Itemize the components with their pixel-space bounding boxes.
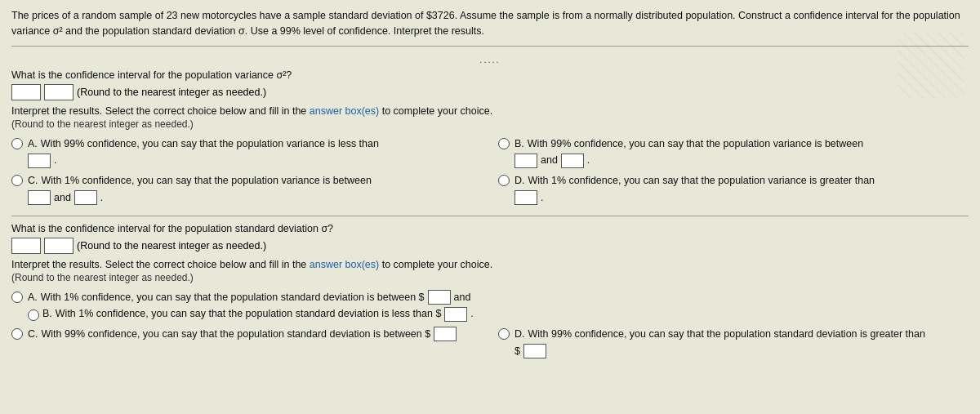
stddev-D-input[interactable] <box>523 344 546 358</box>
variance-B-period: . <box>587 153 590 168</box>
stddev-ci-lower[interactable] <box>11 238 41 254</box>
variance-choice-D: D. With 1% confidence, you can say that … <box>498 173 969 206</box>
variance-ci-lower[interactable] <box>11 84 41 100</box>
stddev-radio-A[interactable] <box>11 292 23 303</box>
interpret-text-highlight: answer box(es) <box>310 105 379 117</box>
stddev-question: What is the confidence interval for the … <box>11 223 969 234</box>
dots-separator: ..... <box>11 55 969 65</box>
variance-round-note: (Round to the nearest integer as needed.… <box>77 87 266 98</box>
variance-D-label: D. <box>514 173 525 189</box>
stddev-B-input[interactable] <box>444 307 467 322</box>
variance-radio-D[interactable] <box>498 175 510 186</box>
variance-choice-C: C. With 1% confidence, you can say that … <box>11 173 482 206</box>
variance-B-input1[interactable] <box>514 154 537 168</box>
variance-radio-A[interactable] <box>11 138 23 149</box>
stddev-C-input1[interactable] <box>434 327 457 341</box>
variance-D-input[interactable] <box>514 190 537 205</box>
watermark <box>898 33 964 98</box>
stddev-B-period: . <box>470 306 473 322</box>
variance-C-period: . <box>100 190 103 206</box>
stddev-D-label: D. <box>514 327 525 342</box>
stddev-A-and: and <box>454 290 471 305</box>
stddev-A-text: With 1% confidence, you can say that the… <box>41 290 425 305</box>
stddev-D-dollar: $ <box>514 344 520 359</box>
variance-ci-inputs: (Round to the nearest integer as needed.… <box>11 84 969 100</box>
variance-interpret-label: Interpret the results. Select the correc… <box>11 105 969 117</box>
variance-A-label: A. <box>28 136 38 152</box>
variance-B-input2[interactable] <box>561 154 584 168</box>
stddev-ci-inputs: (Round to the nearest integer as needed.… <box>11 238 969 254</box>
stddev-A-label: A. <box>28 290 38 305</box>
stddev-B-text: With 1% confidence, you can say that the… <box>56 306 442 322</box>
stddev-right-placeholder <box>498 290 969 323</box>
stddev-B-label: B. <box>42 306 52 322</box>
stddev-radio-B-inline[interactable] <box>28 309 39 321</box>
variance-C-and: and <box>54 190 71 206</box>
variance-choices-grid: A. With 99% confidence, you can say that… <box>11 136 969 206</box>
interpret-text-part1: Interpret the results. Select the correc… <box>11 105 310 117</box>
variance-choice-A: A. With 99% confidence, you can say that… <box>11 136 482 169</box>
stddev-radio-C[interactable] <box>11 328 23 340</box>
main-page: The prices of a random sample of 23 new … <box>0 0 980 414</box>
stddev-choice-D: D. With 99% confidence, you can say that… <box>498 327 969 359</box>
variance-D-text: With 1% confidence, you can say that the… <box>528 173 875 189</box>
variance-C-input1[interactable] <box>28 190 51 205</box>
variance-C-label: C. <box>28 173 38 189</box>
variance-question: What is the confidence interval for the … <box>11 69 969 81</box>
section-divider <box>11 216 969 216</box>
stddev-interpret-sub: (Round to the nearest integer as needed.… <box>11 272 969 283</box>
stddev-choice-A: A. With 1% confidence, you can say that … <box>11 290 482 323</box>
stddev-C-text: With 99% confidence, you can say that th… <box>42 327 431 342</box>
variance-radio-B[interactable] <box>498 138 510 149</box>
stddev-ci-upper[interactable] <box>44 238 74 254</box>
variance-A-period: . <box>54 153 56 168</box>
stddev-choice-C: C. With 99% confidence, you can say that… <box>11 327 482 359</box>
stddev-radio-D[interactable] <box>498 328 510 340</box>
interpret-text-part2: to complete your choice. <box>379 105 492 117</box>
variance-C-text: With 1% confidence, you can say that the… <box>42 173 372 189</box>
intro-paragraph: The prices of a random sample of 23 new … <box>11 8 969 47</box>
variance-B-label: B. <box>514 136 524 152</box>
variance-C-input2[interactable] <box>74 190 97 205</box>
stddev-interpret-text-part2: to complete your choice. <box>379 259 492 270</box>
variance-B-and: and <box>541 153 558 168</box>
variance-choice-B: B. With 99% confidence, you can say that… <box>498 136 969 169</box>
variance-B-text: With 99% confidence, you can say that th… <box>528 136 863 152</box>
variance-A-text: With 99% confidence, you can say that th… <box>41 136 379 152</box>
stddev-D-text: With 99% confidence, you can say that th… <box>528 327 925 342</box>
stddev-interpret-label: Interpret the results. Select the correc… <box>11 259 969 270</box>
variance-A-input[interactable] <box>28 154 51 168</box>
stddev-interpret-text-part1: Interpret the results. Select the correc… <box>11 259 310 270</box>
stddev-C-label: C. <box>28 327 38 342</box>
intro-text: The prices of a random sample of 23 new … <box>11 10 960 37</box>
stddev-interpret-highlight: answer box(es) <box>310 259 379 270</box>
variance-interpret-sub: (Round to the nearest integer as needed.… <box>11 118 969 130</box>
stddev-round-note: (Round to the nearest integer as needed.… <box>77 240 266 252</box>
variance-ci-upper[interactable] <box>44 84 74 100</box>
variance-radio-C[interactable] <box>11 175 23 186</box>
stddev-choices-grid: A. With 1% confidence, you can say that … <box>11 290 969 359</box>
variance-D-period: . <box>541 190 543 206</box>
stddev-A-input1[interactable] <box>428 290 451 305</box>
